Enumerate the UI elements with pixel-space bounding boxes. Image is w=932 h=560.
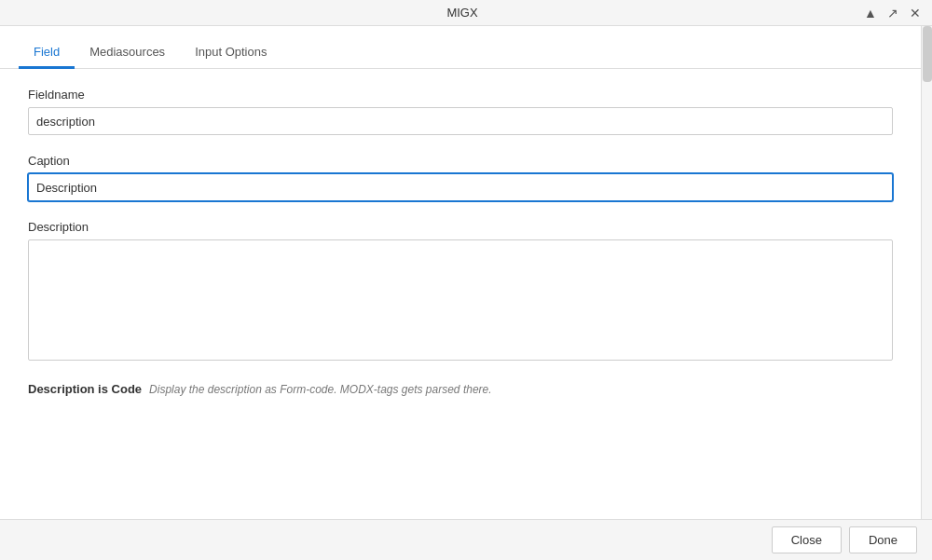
scrollbar-track[interactable] [921,26,932,519]
dialog-title: MIGX [63,6,861,20]
description-is-code-label: Description is Code [28,382,142,396]
description-textarea[interactable] [28,239,893,361]
window-controls: ▲ ↗ ✕ [861,4,925,22]
close-button[interactable]: Close [772,526,842,553]
tab-mediasources[interactable]: Mediasources [75,37,180,69]
fieldname-group: Fieldname [28,88,893,135]
restore-button[interactable]: ↗ [884,4,902,22]
fieldname-input[interactable] [28,107,893,135]
caption-group: Caption [28,154,893,201]
tab-field[interactable]: Field [19,37,75,69]
done-button[interactable]: Done [849,526,917,553]
form-content: Fieldname Caption Description Descriptio… [0,69,921,519]
tabs: Field Mediasources Input Options [0,26,921,69]
caption-input[interactable] [28,173,893,201]
close-window-button[interactable]: ✕ [906,4,925,22]
minimize-button[interactable]: ▲ [861,4,880,22]
footer: Close Done [0,519,932,560]
description-group: Description [28,220,893,363]
description-is-code-group: Description is Code Display the descript… [28,382,893,396]
fieldname-label: Fieldname [28,88,893,102]
description-is-code-hint: Display the description as Form-code. MO… [149,383,492,396]
caption-label: Caption [28,154,893,168]
tab-input-options[interactable]: Input Options [180,37,281,69]
description-label: Description [28,220,893,234]
dialog: Field Mediasources Input Options Fieldna… [0,26,921,519]
main-content: Field Mediasources Input Options Fieldna… [0,26,932,519]
scrollbar-thumb[interactable] [923,26,932,82]
title-bar: MIGX ▲ ↗ ✕ [0,0,932,26]
